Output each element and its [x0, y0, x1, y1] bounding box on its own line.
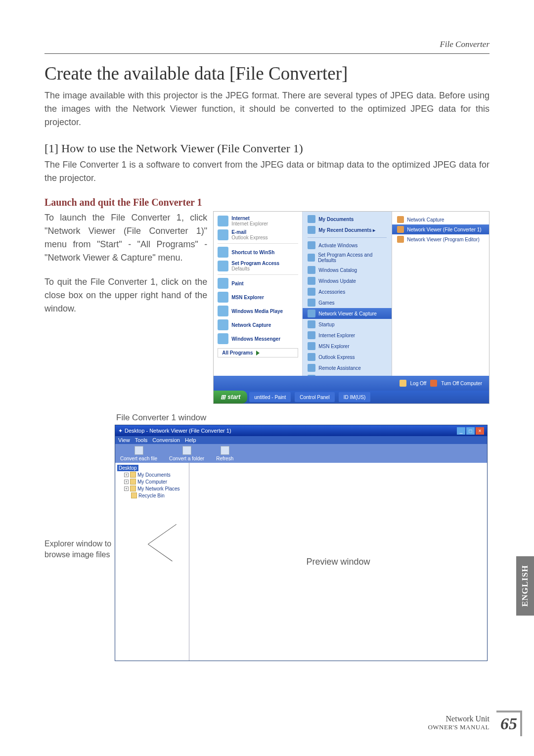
start-special-folder[interactable]: My Recent Documents ▸	[303, 224, 392, 235]
program-icon	[308, 342, 315, 350]
app-icon	[218, 278, 228, 289]
start-menu-bottom-bar: Log Off Turn Off Computer	[214, 376, 489, 391]
start-button-label: start	[227, 394, 240, 400]
start-pinned-item[interactable]: Network Capture	[214, 318, 302, 331]
app-icon	[218, 292, 228, 303]
start-menu-screenshot: InternetInternet ExplorerE-mailOutlook E…	[213, 211, 490, 404]
tree-node[interactable]: +My Network Places	[124, 485, 187, 492]
explorer-annotation: Explorer window to browse image files	[44, 538, 112, 560]
page-number: 65	[500, 714, 517, 733]
programs-menu-item[interactable]: Windows Update	[303, 275, 392, 286]
all-programs-button[interactable]: All Programs	[218, 348, 298, 357]
program-icon	[308, 241, 315, 249]
programs-menu-item[interactable]: MSN Explorer	[303, 341, 392, 352]
shortcut-icon	[397, 236, 404, 243]
windows-logo-icon: ⊞	[221, 394, 225, 400]
menu-bar[interactable]: ViewToolsConversionHelp	[115, 436, 487, 444]
start-pinned-item[interactable]: Shortcut to WinSh	[214, 246, 302, 259]
start-pinned-item[interactable]: InternetInternet Explorer	[214, 215, 302, 227]
start-pinned-item[interactable]: Set Program AccessDefaults	[214, 260, 302, 272]
file-converter-window: ✦ Desktop - Network Viewer (File Convert…	[115, 425, 488, 661]
logoff-label[interactable]: Log Off	[410, 381, 427, 386]
folder-icon	[130, 486, 136, 491]
app-icon	[218, 261, 228, 271]
program-icon	[308, 288, 315, 296]
expand-icon[interactable]: +	[124, 487, 129, 491]
program-icon	[308, 353, 315, 361]
header-running-title: File Converter	[440, 40, 490, 49]
page-heading: Create the available data [File Converte…	[44, 63, 490, 84]
toolbar-icon	[134, 446, 143, 455]
menu-item[interactable]: View	[118, 437, 130, 443]
app-icon: ✦	[118, 428, 123, 434]
menu-item[interactable]: Tools	[135, 437, 148, 443]
programs-menu-item[interactable]: Games	[303, 297, 392, 308]
folder-icon	[130, 472, 136, 478]
folder-tree[interactable]: Desktop +My Documents+My Computer+My Net…	[115, 463, 189, 661]
start-pinned-item[interactable]: Paint	[214, 277, 302, 290]
turnoff-label[interactable]: Turn Off Computer	[441, 381, 482, 386]
start-pinned-item[interactable]: Windows Messenger	[214, 332, 302, 345]
menu-item[interactable]: Conversion	[152, 437, 180, 443]
tree-node[interactable]: +My Documents	[124, 471, 187, 478]
chevron-right-icon	[256, 351, 260, 356]
programs-menu-item[interactable]: Network Viewer & Capture	[303, 308, 392, 319]
programs-menu-item[interactable]: Accessories	[303, 286, 392, 297]
taskbar-item[interactable]: Control Panel	[295, 392, 335, 402]
folder-icon	[130, 479, 136, 485]
subsection-heading: Launch and quit the File Converter 1	[44, 197, 490, 208]
tree-node[interactable]: Recycle Bin	[124, 492, 187, 499]
start-pinned-item[interactable]: Windows Media Playe	[214, 305, 302, 317]
programs-menu-item[interactable]: Internet Explorer	[303, 330, 392, 341]
expand-icon[interactable]: +	[124, 473, 129, 477]
menu-item[interactable]: Help	[185, 437, 196, 443]
section-body: The File Converter 1 is a software to co…	[44, 158, 490, 185]
submenu-item[interactable]: Network Capture	[392, 215, 489, 224]
key-icon	[400, 380, 406, 387]
footer-line1: Network Unit	[428, 714, 490, 723]
footer-line2: OWNER'S MANUAL	[428, 723, 490, 731]
section-heading: [1] How to use the Network Viewer (File …	[44, 142, 490, 155]
programs-menu-item[interactable]: Windows Catalog	[303, 265, 392, 275]
toolbar-button[interactable]: Convert each file	[120, 446, 157, 461]
taskbar-item[interactable]: untitled - Paint	[249, 392, 291, 402]
language-side-tab: ENGLISH	[516, 556, 534, 616]
start-special-folder[interactable]: My Documents	[303, 214, 392, 224]
launch-p1: To launch the File Converter 1, click "N…	[44, 211, 207, 265]
submenu-item[interactable]: Network Viewer (File Converter 1)	[392, 224, 489, 234]
start-pinned-item[interactable]: E-mailOutlook Express	[214, 228, 302, 241]
fc-window-caption: File Converter 1 window	[116, 413, 490, 423]
programs-menu-item[interactable]: Set Program Access and Defaults	[303, 251, 392, 265]
intro-paragraph: The image available with this projector …	[44, 89, 490, 129]
programs-menu-item[interactable]: Remote Assistance	[303, 362, 392, 373]
maximize-button[interactable]: □	[466, 427, 475, 435]
tree-node[interactable]: +My Computer	[124, 478, 187, 485]
tree-root[interactable]: Desktop	[117, 465, 138, 471]
programs-menu-item[interactable]: Startup	[303, 319, 392, 330]
taskbar: ⊞ start untitled - PaintControl PanelID …	[214, 391, 489, 403]
folder-icon	[308, 215, 315, 223]
start-menu-left-pane: InternetInternet ExplorerE-mailOutlook E…	[214, 212, 303, 385]
program-icon	[308, 310, 315, 317]
toolbar-button[interactable]: Refresh	[216, 446, 233, 461]
header-rule	[44, 53, 490, 54]
programs-menu-item[interactable]: Outlook Express	[303, 352, 392, 362]
launch-p2: To quit the File Converter 1, click on t…	[44, 275, 207, 315]
app-icon	[218, 306, 228, 316]
close-button[interactable]: ×	[476, 427, 484, 435]
app-icon	[218, 229, 228, 240]
program-icon	[308, 320, 315, 328]
minimize-button[interactable]: _	[457, 427, 465, 435]
start-pinned-item[interactable]: MSN Explorer	[214, 291, 302, 304]
start-button[interactable]: ⊞ start	[214, 391, 247, 403]
toolbar-button[interactable]: Convert a folder	[169, 446, 204, 461]
programs-menu-item[interactable]: Activate Windows	[303, 240, 392, 251]
start-menu-submenu-pane: Network CaptureNetwork Viewer (File Conv…	[392, 212, 489, 385]
program-icon	[308, 299, 315, 307]
toolbar-icon	[221, 446, 229, 455]
submenu-item[interactable]: Network Viewer (Program Editor)	[392, 234, 489, 244]
taskbar-item[interactable]: ID IM(US)	[339, 392, 370, 402]
folder-icon	[308, 226, 315, 234]
expand-icon[interactable]: +	[124, 480, 129, 484]
shortcut-icon	[397, 226, 404, 233]
